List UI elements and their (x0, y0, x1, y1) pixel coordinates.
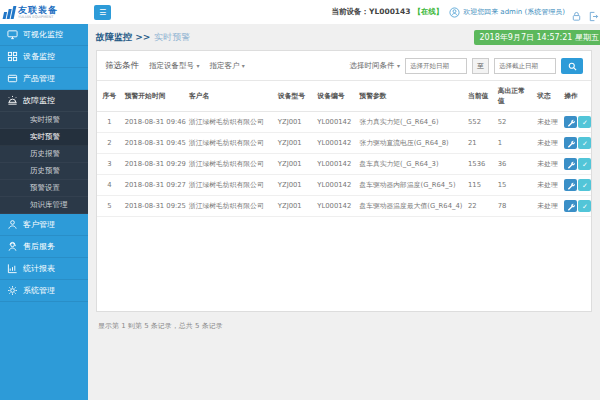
table-cell-actions: ✓ (561, 133, 591, 154)
sidebar-subitem-history-alarm[interactable]: 历史报警 (0, 146, 88, 163)
sidebar-item-after-sales-service[interactable]: 售后服务 (0, 236, 88, 258)
confirm-warning-button[interactable]: ✓ (578, 158, 591, 170)
table-cell: 2018-08-31 09:27:42 (122, 175, 186, 196)
chevron-down-icon: ▾ (196, 62, 199, 69)
header-right: 当前设备：YL000143 【在线】 欢迎您回来 admin (系统管理员) (331, 7, 599, 18)
report-icon (7, 263, 18, 274)
table-cell: 盘车驱动器温度最大值(G_R64_4) (356, 196, 465, 217)
sidebar-item-fault-monitoring[interactable]: 故障监控 (0, 90, 88, 112)
sidebar-subitem-realtime-warning[interactable]: 实时预警 (0, 129, 88, 146)
app-logo: 友联装备 YULIAN EQUIPMENT (4, 6, 88, 19)
table-cell: 5 (97, 196, 122, 217)
check-icon: ✓ (582, 119, 588, 126)
wrench-icon (567, 157, 575, 172)
table-column-header: 高出正常值 (495, 81, 535, 112)
table-cell-actions: ✓ (561, 154, 591, 175)
wrench-icon (567, 136, 575, 151)
breadcrumb: 故障监控 >> 实时预警 2018年9月7日 14:57:21 星期五 (88, 24, 600, 50)
edit-warning-button[interactable] (564, 137, 577, 149)
alarm-icon (7, 95, 18, 106)
table-cell-actions: ✓ (561, 112, 591, 133)
table-cell: 36 (495, 154, 535, 175)
edit-warning-button[interactable] (564, 116, 577, 128)
table-cell: YL000142 (314, 175, 356, 196)
settings-icon (7, 285, 18, 296)
table-column-header: 设备编号 (314, 81, 356, 112)
start-date-input[interactable] (405, 58, 467, 74)
search-icon (568, 59, 577, 74)
customer-dropdown[interactable]: 指定客户 ▾ (209, 61, 244, 71)
logout-icon[interactable] (588, 7, 599, 18)
table-cell: 15 (495, 175, 535, 196)
edit-warning-button[interactable] (564, 158, 577, 170)
sidebar-subitem-knowledge-base[interactable]: 知识库管理 (0, 197, 88, 214)
table-cell: 浙江绿树毛纺织有限公司 (186, 154, 275, 175)
warning-list-panel: 筛选条件 指定设备型号 ▾ 指定客户 ▾ 选择时间条件 ▾ (96, 50, 592, 312)
breadcrumb-section: 故障监控 >> (96, 31, 150, 44)
main-content: 故障监控 >> 实时预警 2018年9月7日 14:57:21 星期五 筛选条件… (88, 24, 600, 400)
table-cell: 浙江绿树毛纺织有限公司 (186, 196, 275, 217)
chevron-down-icon: ▾ (397, 62, 400, 69)
table-row: 12018-08-31 09:46:45浙江绿树毛纺织有限公司YZJ001YL0… (97, 112, 591, 133)
logo-bars-icon (3, 6, 17, 19)
sidebar-item-statistics-report[interactable]: 统计报表 (0, 258, 88, 280)
table-cell: 浙江绿树毛纺织有限公司 (186, 133, 275, 154)
table-cell: YL000142 (314, 196, 356, 217)
sidebar-subitem-history-warning[interactable]: 历史预警 (0, 163, 88, 180)
table-cell: 未处理 (534, 133, 561, 154)
table-cell: 1 (97, 112, 122, 133)
table-cell: YL000142 (314, 112, 356, 133)
sidebar-item-visual-monitoring[interactable]: 可视化监控 (0, 24, 88, 46)
monitor-icon (7, 29, 18, 40)
record-summary: 显示第 1 到第 5 条记录，总共 5 条记录 (88, 312, 600, 340)
table-cell: 3 (97, 154, 122, 175)
sidebar-item-system-management[interactable]: 系统管理 (0, 280, 88, 302)
search-button[interactable] (561, 58, 583, 74)
table-cell: YZJ001 (275, 154, 315, 175)
confirm-warning-button[interactable]: ✓ (578, 179, 591, 191)
device-model-dropdown[interactable]: 指定设备型号 ▾ (149, 61, 199, 71)
filter-right-group: 选择时间条件 ▾ 至 (350, 58, 583, 74)
table-cell: 52 (495, 112, 535, 133)
wrench-icon (567, 178, 575, 193)
table-cell: 浙江绿树毛纺织有限公司 (186, 112, 275, 133)
table-cell: 未处理 (534, 112, 561, 133)
sidebar-item-customer-management[interactable]: 客户管理 (0, 214, 88, 236)
table-row: 22018-08-31 09:45:25浙江绿树毛纺织有限公司YZJ001YL0… (97, 133, 591, 154)
confirm-warning-button[interactable]: ✓ (578, 137, 591, 149)
table-cell: 2018-08-31 09:46:45 (122, 112, 186, 133)
table-body: 12018-08-31 09:46:45浙江绿树毛纺织有限公司YZJ001YL0… (97, 112, 591, 217)
table-cell: 552 (465, 112, 495, 133)
sidebar-toggle-button[interactable]: ☰ (94, 5, 111, 20)
sidebar-item-device-monitoring[interactable]: 设备监控 (0, 46, 88, 68)
lock-icon[interactable] (571, 7, 582, 18)
table-column-header: 状态 (534, 81, 561, 112)
confirm-warning-button[interactable]: ✓ (578, 200, 591, 212)
table-cell: YL000142 (314, 133, 356, 154)
time-condition-dropdown[interactable]: 选择时间条件 ▾ (350, 61, 400, 71)
table-cell: 21 (465, 133, 495, 154)
table-cell: 张力真实力矩(_G_R64_6) (356, 112, 465, 133)
sidebar-item-product-management[interactable]: 产品管理 (0, 68, 88, 90)
table-cell: 2 (97, 133, 122, 154)
table-cell: 未处理 (534, 154, 561, 175)
edit-warning-button[interactable] (564, 179, 577, 191)
customer-icon (7, 219, 18, 230)
grid-icon (7, 51, 18, 62)
sidebar-group-fault-monitoring: 故障监控 实时报警 实时预警 历史报警 历史预警 预警设置 知识库管理 (0, 90, 88, 214)
table-row: 42018-08-31 09:27:42浙江绿树毛纺织有限公司YZJ001YL0… (97, 175, 591, 196)
user-menu[interactable]: 欢迎您回来 admin (系统管理员) (449, 7, 565, 18)
table-column-header: 客户名 (186, 81, 275, 112)
end-date-input[interactable] (494, 58, 556, 74)
edit-warning-button[interactable] (564, 200, 577, 212)
table-row: 52018-08-31 09:25:20浙江绿树毛纺织有限公司YZJ001YL0… (97, 196, 591, 217)
sidebar-subitem-warning-settings[interactable]: 预警设置 (0, 180, 88, 197)
chevron-down-icon: ▾ (242, 62, 245, 69)
confirm-warning-button[interactable]: ✓ (578, 116, 591, 128)
table-cell: 未处理 (534, 175, 561, 196)
check-icon: ✓ (582, 203, 588, 210)
table-cell: 未处理 (534, 196, 561, 217)
logo-subtext: YULIAN EQUIPMENT (18, 15, 54, 19)
product-icon (7, 73, 18, 84)
sidebar-subitem-realtime-alarm[interactable]: 实时报警 (0, 112, 88, 129)
